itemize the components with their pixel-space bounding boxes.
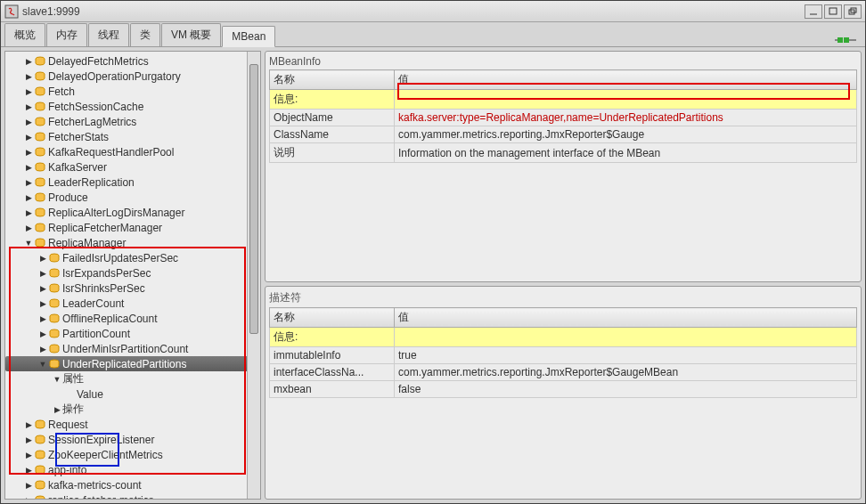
- tree-item[interactable]: ▶FetchSessionCache: [5, 99, 260, 114]
- tree-toggle-icon[interactable]: ▶: [37, 284, 48, 293]
- tree-item[interactable]: ▶Produce: [5, 190, 260, 205]
- tree-item[interactable]: ▼UnderReplicatedPartitions: [5, 356, 260, 371]
- tree-item-label: ReplicaAlterLogDirsManager: [48, 207, 184, 219]
- tree-toggle-icon[interactable]: ▶: [23, 208, 34, 217]
- tree-item[interactable]: ▶ReplicaAlterLogDirsManager: [5, 205, 260, 220]
- table-row[interactable]: ClassName com.yammer.metrics.reporting.J…: [270, 126, 857, 143]
- tree-item[interactable]: ▶LeaderReplication: [5, 175, 260, 190]
- tree-toggle-icon[interactable]: ▶: [23, 435, 34, 444]
- tree-item[interactable]: ▶IsrShrinksPerSec: [5, 280, 260, 296]
- tree-toggle-icon[interactable]: ▶: [23, 451, 34, 459]
- tree-item[interactable]: ▶SessionExpireListener: [5, 432, 260, 447]
- tree-toggle-icon[interactable]: ▶: [23, 466, 34, 475]
- package-icon: [48, 253, 61, 264]
- maximize-button[interactable]: [824, 4, 842, 19]
- mbeaninfo-box: MBeanInfo 名称 值 信息: ObjectName kafka.se: [265, 51, 862, 282]
- tree-item[interactable]: ▶LeaderCount: [5, 296, 260, 311]
- tree-toggle-icon[interactable]: ▶: [52, 405, 62, 414]
- tree-item[interactable]: ▶UnderMinIsrPartitionCount: [5, 341, 260, 356]
- tree-item[interactable]: ▶OfflineReplicaCount: [5, 311, 260, 326]
- health-indicator: [835, 34, 856, 46]
- tree-toggle-icon[interactable]: ▶: [37, 329, 48, 338]
- tree-item-label: PartitionCount: [62, 328, 130, 340]
- tree-toggle-icon[interactable]: ▶: [23, 163, 34, 172]
- tree-item[interactable]: ▶Request: [5, 417, 260, 432]
- tree-item[interactable]: ▶ZooKeeperClientMetrics: [5, 447, 260, 462]
- tab-memory[interactable]: 内存: [46, 23, 87, 46]
- tree-item[interactable]: ▼属性: [5, 371, 260, 386]
- tree-item[interactable]: ▶操作: [5, 402, 260, 417]
- tree-toggle-icon[interactable]: ▶: [23, 148, 34, 157]
- tree-item-label: kafka-metrics-count: [48, 479, 142, 492]
- tree-item[interactable]: ▶FailedIsrUpdatesPerSec: [5, 250, 260, 265]
- col-value[interactable]: 值: [395, 308, 857, 328]
- col-name[interactable]: 名称: [270, 308, 395, 328]
- tree-toggle-icon[interactable]: ▶: [23, 87, 34, 96]
- tree-item[interactable]: ▶DelayedOperationPurgatory: [5, 69, 260, 84]
- tree-item-label: FailedIsrUpdatesPerSec: [62, 252, 178, 264]
- tree-toggle-icon[interactable]: ▶: [23, 224, 34, 232]
- tree-toggle-icon[interactable]: ▶: [37, 254, 48, 263]
- tree-scrollbar[interactable]: [247, 52, 260, 499]
- tree-toggle-icon[interactable]: ▶: [37, 345, 48, 354]
- tree-item-label: UnderReplicatedPartitions: [62, 358, 186, 370]
- tree-toggle-icon[interactable]: ▶: [23, 102, 34, 111]
- tree-toggle-icon[interactable]: ▶: [23, 481, 34, 490]
- tree-item-label: DelayedFetchMetrics: [48, 55, 149, 68]
- tree-toggle-icon[interactable]: ▶: [23, 420, 34, 429]
- tree-item[interactable]: Value: [5, 386, 260, 402]
- tree-item[interactable]: ▼ReplicaManager: [5, 235, 260, 250]
- tab-overview[interactable]: 概览: [4, 23, 45, 46]
- table-row[interactable]: mxbean false: [270, 381, 857, 398]
- tree-toggle-icon[interactable]: ▶: [23, 133, 34, 142]
- tree-item[interactable]: ▶kafka-metrics-count: [5, 477, 260, 492]
- table-row[interactable]: immutableInfo true: [270, 347, 857, 364]
- tree-item-label: KafkaRequestHandlerPool: [48, 146, 174, 159]
- tree-toggle-icon[interactable]: ▶: [23, 118, 34, 126]
- tree-item-label: SessionExpireListener: [48, 434, 154, 446]
- tree-item[interactable]: ▶KafkaServer: [5, 159, 260, 175]
- table-row[interactable]: ObjectName kafka.server:type=ReplicaMana…: [270, 110, 857, 126]
- table-row[interactable]: interfaceClassNa... com.yammer.metrics.r…: [270, 364, 857, 381]
- tree-item-label: FetcherLagMetrics: [48, 116, 136, 128]
- tree-toggle-icon[interactable]: ▼: [52, 375, 62, 384]
- package-icon: [48, 329, 61, 339]
- tree-toggle-icon[interactable]: ▶: [37, 299, 48, 308]
- tree-item[interactable]: ▶Fetch: [5, 84, 260, 99]
- restore-button[interactable]: [844, 4, 862, 19]
- tab-threads[interactable]: 线程: [88, 23, 129, 46]
- table-row[interactable]: 说明 Information on the management interfa…: [270, 143, 857, 163]
- tree-item-label: app-info: [48, 464, 86, 476]
- tree-item[interactable]: ▶FetcherStats: [5, 129, 260, 144]
- minimize-button[interactable]: [805, 4, 822, 19]
- tree-item-label: UnderMinIsrPartitionCount: [62, 343, 188, 355]
- tree-toggle-icon[interactable]: ▶: [23, 193, 34, 202]
- tree-item[interactable]: ▶FetcherLagMetrics: [5, 114, 260, 129]
- col-value[interactable]: 值: [395, 70, 857, 90]
- mbean-tree[interactable]: ▶DelayedFetchMetrics▶DelayedOperationPur…: [5, 52, 260, 499]
- tree-toggle-icon[interactable]: ▶: [23, 178, 34, 187]
- tree-item[interactable]: ▶replica-fetcher-metrics: [5, 492, 260, 499]
- tree-toggle-icon[interactable]: ▶: [37, 314, 48, 323]
- tree-item[interactable]: ▶PartitionCount: [5, 326, 260, 341]
- tree-toggle-icon[interactable]: ▶: [23, 496, 34, 500]
- tree-item[interactable]: ▶ReplicaFetcherManager: [5, 220, 260, 235]
- tab-mbean[interactable]: MBean: [222, 26, 275, 47]
- tree-item-label: IsrExpandsPerSec: [62, 267, 151, 280]
- package-icon: [34, 177, 46, 188]
- tree-toggle-icon[interactable]: ▼: [23, 239, 34, 248]
- tab-vm[interactable]: VM 概要: [161, 23, 221, 46]
- tree-item[interactable]: ▶app-info: [5, 462, 260, 477]
- package-icon: [48, 359, 61, 370]
- tree-item[interactable]: ▶IsrExpandsPerSec: [5, 265, 260, 280]
- tree-item[interactable]: ▶DelayedFetchMetrics: [5, 53, 260, 69]
- tree-item-label: IsrShrinksPerSec: [62, 282, 145, 295]
- tree-item[interactable]: ▶KafkaRequestHandlerPool: [5, 144, 260, 159]
- package-icon: [34, 192, 46, 203]
- tree-toggle-icon[interactable]: ▼: [37, 360, 48, 369]
- tree-toggle-icon[interactable]: ▶: [37, 269, 48, 278]
- tab-classes[interactable]: 类: [130, 23, 160, 46]
- tree-toggle-icon[interactable]: ▶: [23, 57, 34, 66]
- col-name[interactable]: 名称: [270, 70, 395, 90]
- tree-toggle-icon[interactable]: ▶: [23, 72, 34, 81]
